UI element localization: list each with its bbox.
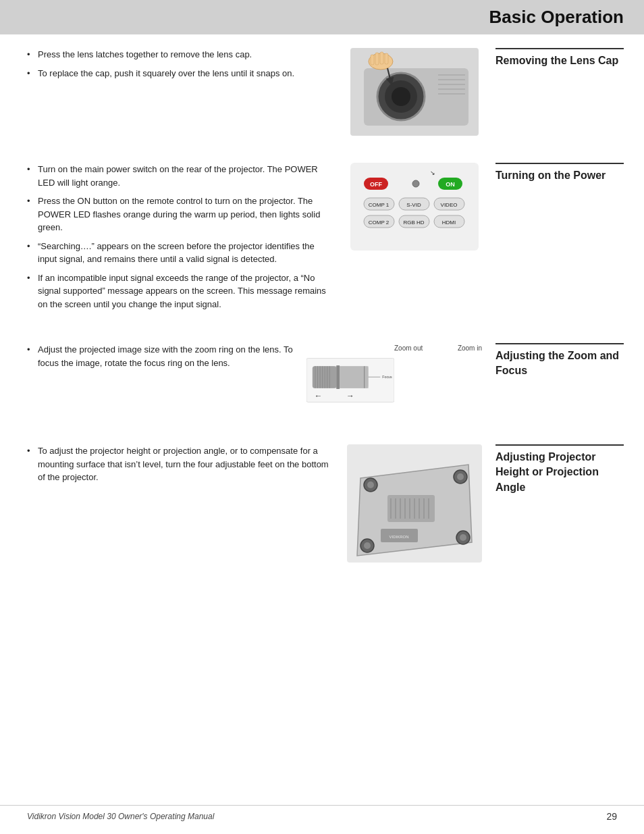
zoom-image-container: ← → Focus Zoom out Zoom in xyxy=(306,343,482,417)
svg-rect-13 xyxy=(380,52,383,64)
svg-text:OFF: OFF xyxy=(370,181,382,188)
height-bullets: To adjust the projector height or projec… xyxy=(27,444,333,484)
footer-manual-title: Vidikron Vision Model 30 Owner's Operati… xyxy=(27,812,214,821)
svg-point-20 xyxy=(412,180,419,187)
remote-svg: ↘ OFF ON COMP 1 S-VID VIDEO COMP 2 xyxy=(350,163,479,251)
footer: Vidikron Vision Model 30 Owner's Operati… xyxy=(0,805,644,827)
svg-rect-12 xyxy=(375,53,379,65)
header-bar: Basic Operation xyxy=(0,0,644,34)
svg-text:RGB HD: RGB HD xyxy=(403,219,424,226)
section-text-zoom: Adjust the projected image size with the… xyxy=(27,343,306,375)
svg-text:COMP 1: COMP 1 xyxy=(369,202,390,208)
list-item: “Searching….” appears on the screen befo… xyxy=(27,240,333,266)
projector-bottom-image: VIDIKRON xyxy=(347,444,482,563)
section-zoom-focus: Adjust the projected image size with the… xyxy=(27,343,624,424)
section-heading-lens-cap: Removing the Lens Cap xyxy=(482,48,624,68)
list-item: If an incompatible input signal exceeds … xyxy=(27,271,333,311)
section-heading-height: Adjusting Projector Height or Projection… xyxy=(482,444,624,495)
projector-bottom-svg: VIDIKRON xyxy=(347,444,482,563)
section-projector-height: To adjust the projector height or projec… xyxy=(27,444,624,569)
svg-rect-45 xyxy=(336,365,340,389)
lens-cap-bullets: Press the lens latches together to remov… xyxy=(27,48,333,80)
svg-rect-54 xyxy=(387,495,435,522)
svg-text:→: → xyxy=(346,391,354,400)
zoom-out-label: Zoom out xyxy=(394,344,423,352)
heading-lens-cap: Removing the Lens Cap xyxy=(495,48,624,68)
section-removing-lens-cap: Press the lens latches together to remov… xyxy=(27,48,624,142)
list-item: Adjust the projected image size with the… xyxy=(27,343,293,369)
svg-text:Focus: Focus xyxy=(382,375,392,379)
svg-rect-37 xyxy=(313,366,336,388)
page-number: 29 xyxy=(606,811,617,822)
svg-point-69 xyxy=(364,542,371,549)
svg-point-4 xyxy=(392,87,410,106)
section-heading-power: Turning on the Power xyxy=(482,163,624,183)
section-text-lens-cap: Press the lens latches together to remov… xyxy=(27,48,347,85)
svg-rect-14 xyxy=(385,53,388,64)
svg-text:COMP 2: COMP 2 xyxy=(369,219,390,226)
heading-power: Turning on the Power xyxy=(495,163,624,183)
list-item: To adjust the projector height or projec… xyxy=(27,444,333,484)
svg-text:VIDIKRON: VIDIKRON xyxy=(389,535,408,539)
zoom-svg: ← → Focus xyxy=(306,343,394,417)
remote-control-image: ↘ OFF ON COMP 1 S-VID VIDEO COMP 2 xyxy=(347,163,482,251)
heading-height: Adjusting Projector Height or Projection… xyxy=(495,444,624,495)
svg-rect-11 xyxy=(371,55,374,65)
svg-text:ON: ON xyxy=(446,181,455,188)
section-text-height: To adjust the projector height or projec… xyxy=(27,444,347,490)
list-item: To replace the cap, push it squarely ove… xyxy=(27,67,333,80)
page-title: Basic Operation xyxy=(489,7,624,27)
svg-point-71 xyxy=(460,534,466,541)
power-bullets: Turn on the main power switch on the rea… xyxy=(27,163,333,311)
list-item: Press the ON button on the remote contro… xyxy=(27,194,333,234)
section-heading-zoom: Adjusting the Zoom and Focus xyxy=(482,343,624,379)
zoom-in-label: Zoom in xyxy=(458,344,482,352)
section-text-power: Turn on the main power switch on the rea… xyxy=(27,163,347,316)
svg-text:←: ← xyxy=(315,391,323,400)
list-item: Press the lens latches together to remov… xyxy=(27,48,333,61)
lens-cap-image xyxy=(347,48,482,136)
svg-text:VIDEO: VIDEO xyxy=(441,202,458,208)
list-item: Turn on the main power switch on the rea… xyxy=(27,163,333,189)
svg-text:S-VID: S-VID xyxy=(406,202,421,208)
zoom-bullets: Adjust the projected image size with the… xyxy=(27,343,293,369)
svg-text:↘: ↘ xyxy=(430,170,435,176)
main-content: Press the lens latches together to remov… xyxy=(0,34,644,603)
heading-zoom: Adjusting the Zoom and Focus xyxy=(495,343,624,379)
svg-point-67 xyxy=(457,473,464,480)
svg-point-65 xyxy=(367,481,374,488)
lens-cap-svg xyxy=(350,48,479,136)
section-turning-on-power: Turn on the main power switch on the rea… xyxy=(27,163,624,323)
svg-text:HDMI: HDMI xyxy=(442,219,456,226)
